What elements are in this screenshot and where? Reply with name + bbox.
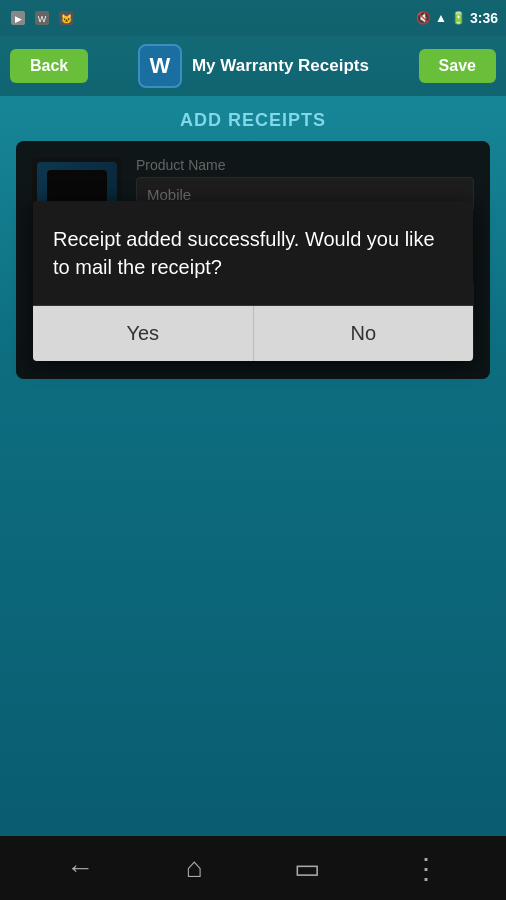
- modal-message: Receipt added successfully. Would you li…: [33, 201, 473, 305]
- page-heading: ADD RECEIPTS: [0, 96, 506, 141]
- nav-home-icon[interactable]: ⌂: [186, 852, 203, 884]
- mute-icon: 🔇: [416, 11, 431, 25]
- back-button[interactable]: Back: [10, 49, 88, 83]
- modal-no-button[interactable]: No: [254, 306, 474, 361]
- svg-text:▶: ▶: [15, 14, 22, 24]
- app-logo-letter: W: [150, 53, 171, 79]
- modal-yes-button[interactable]: Yes: [33, 306, 254, 361]
- time-display: 3:36: [470, 10, 498, 26]
- modal-buttons: Yes No: [33, 305, 473, 361]
- nav-recents-icon[interactable]: ▭: [294, 852, 320, 885]
- status-bar: ▶ W 🐱 🔇 ▲ 🔋 3:36: [0, 0, 506, 36]
- content-card: Product Name Date of Purchase Receipt ad…: [16, 141, 490, 379]
- app-icon-1: ▶: [8, 8, 28, 28]
- nav-title-area: W My Warranty Receipts: [138, 44, 369, 88]
- modal-overlay: Receipt added successfully. Would you li…: [16, 141, 490, 379]
- modal-dialog: Receipt added successfully. Would you li…: [33, 201, 473, 361]
- status-bar-left: ▶ W 🐱: [8, 8, 76, 28]
- svg-text:🐱: 🐱: [61, 13, 73, 25]
- svg-text:W: W: [38, 14, 47, 24]
- nav-back-icon[interactable]: ←: [66, 852, 94, 884]
- battery-icon: 🔋: [451, 11, 466, 25]
- signal-icon: ▲: [435, 11, 447, 25]
- nav-menu-icon[interactable]: ⋮: [412, 852, 440, 885]
- nav-bar: Back W My Warranty Receipts Save: [0, 36, 506, 96]
- status-bar-right: 🔇 ▲ 🔋 3:36: [416, 10, 498, 26]
- app-icon-3: 🐱: [56, 8, 76, 28]
- bottom-nav: ← ⌂ ▭ ⋮: [0, 836, 506, 900]
- app-logo: W: [138, 44, 182, 88]
- save-button[interactable]: Save: [419, 49, 496, 83]
- app-title: My Warranty Receipts: [192, 56, 369, 76]
- app-icon-2: W: [32, 8, 52, 28]
